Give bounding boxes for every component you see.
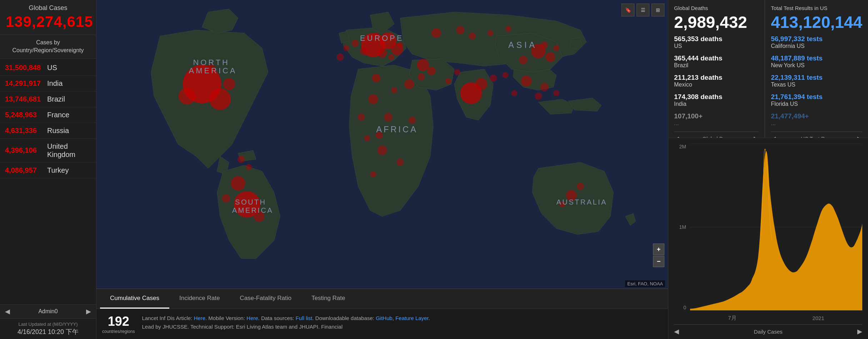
svg-point-53 [246,164,252,170]
country-name: France [47,111,69,119]
country-name: India [47,79,63,88]
svg-point-42 [541,41,548,49]
tests-big-number: 413,120,144 [771,13,862,31]
grid-button[interactable]: ⊞ [652,4,664,16]
country-name: Turkey [47,166,69,175]
svg-point-2 [209,88,231,110]
tests-value-4: 21,761,394 tests [771,93,862,101]
svg-point-17 [397,42,403,48]
svg-point-19 [417,59,429,71]
svg-point-57 [418,73,425,80]
bookmark-button[interactable]: 🔖 [622,4,634,16]
country-list-item[interactable]: 4,631,336Russia [0,123,96,139]
x-label-2021: 2021 [812,315,824,321]
svg-point-50 [577,183,584,190]
deaths-label-4: India [674,101,759,107]
tests-label-4: Florida US [771,101,862,107]
tests-label-1: California US [771,43,862,49]
tab-cumulative-cases[interactable]: Cumulative Cases [100,289,169,309]
country-count-label: countries/regions [102,329,135,334]
svg-point-33 [372,74,380,83]
country-list-item[interactable]: 4,396,106United Kingdom [0,139,96,163]
svg-text:AFRICA: AFRICA [376,125,418,134]
deaths-value-2: 365,444 deaths [674,54,759,62]
deaths-item-5: 107,100+ ... [674,112,759,127]
lancet-link[interactable]: Here [194,315,205,321]
svg-point-59 [454,69,460,75]
tests-item-5: 21,477,494+ ... [771,112,862,127]
svg-point-20 [427,67,436,75]
country-list-item[interactable]: 14,291,917India [0,76,96,92]
info-text: Lancet Inf Dis Article: Here. Mobile Ver… [142,314,430,331]
tests-panel-title: Total Test Results in US [771,5,862,11]
zoom-in-button[interactable]: + [653,244,664,255]
chart-next-button[interactable]: ▶ [857,328,862,335]
map-container[interactable]: 🔖 ☰ ⊞ [96,0,668,289]
svg-text:AMERICA: AMERICA [189,66,237,75]
country-count-number: 192 [102,314,135,329]
chart-x-labels: 7月 2021 [690,313,862,323]
svg-point-18 [388,54,394,60]
svg-point-30 [409,117,416,124]
tests-item-3: 22,139,311 tests Texas US [771,74,862,88]
zoom-out-button[interactable]: − [653,256,664,267]
deaths-item-4: 174,308 deaths India [674,93,759,107]
svg-text:AMERICA: AMERICA [232,206,273,214]
tab-incidence-rate[interactable]: Incidence Rate [169,289,230,309]
chart-prev-button[interactable]: ◀ [674,328,679,335]
map-attribution: Esri, FAO, NOAA [625,280,665,287]
last-updated-value: 4/16/2021 10:20 下午 [5,328,91,336]
country-list-item[interactable]: 4,086,957Turkey [0,163,96,178]
world-map: NORTH AMERICA SOUTH AMERICA ASIA EUROPE … [96,0,668,289]
feature-layer-link[interactable]: Feature Layer [395,315,429,321]
tests-label-3: Texas US [771,82,862,88]
github-link[interactable]: GitHub [376,315,393,321]
svg-point-26 [391,87,397,93]
svg-point-55 [343,45,349,51]
tab-testing-rate[interactable]: Testing Rate [301,289,355,309]
last-updated-box: Last Updated at (M/D/YYYY) 4/16/2021 10:… [0,318,96,339]
deaths-value-3: 211,213 deaths [674,74,759,82]
deaths-item-2: 365,444 deaths Brazil [674,54,759,69]
svg-text:EUROPE: EUROPE [360,34,404,43]
tab-case-fatality-ratio[interactable]: Case-Fatality Ratio [230,289,301,309]
x-label-7month: 7月 [728,315,736,321]
country-name: US [47,64,57,72]
svg-point-7 [231,176,245,191]
svg-text:ASIA: ASIA [508,41,537,50]
tab-bar: Cumulative CasesIncidence RateCase-Fatal… [96,289,668,309]
country-list-item[interactable]: 31,500,848US [0,60,96,76]
tests-value-5: 21,477,494+ [771,112,862,120]
tests-value-2: 48,187,889 tests [771,54,862,62]
svg-point-32 [364,135,370,141]
deaths-value-5: 107,100+ [674,112,759,120]
global-cases-value: 139,274,615 [6,13,90,30]
global-cases-box: Global Cases 139,274,615 [0,0,96,35]
svg-point-46 [535,93,542,100]
info-bar: 192 countries/regions Lancet Inf Dis Art… [96,309,668,339]
list-button[interactable]: ☰ [637,4,649,16]
country-count-box: 192 countries/regions [102,314,135,334]
svg-point-3 [179,88,195,104]
deaths-item-3: 211,213 deaths Mexico [674,74,759,88]
nav-next-button[interactable]: ▶ [86,308,91,315]
nav-prev-button[interactable]: ◀ [5,308,10,315]
tests-label-2: New York US [771,62,862,69]
country-cases: 4,086,957 [5,166,44,175]
mobile-link[interactable]: Here [246,315,258,321]
country-name: United Kingdom [47,142,91,159]
full-list-link[interactable]: Full list [296,315,313,321]
country-list-item[interactable]: 13,746,681Brazil [0,92,96,107]
svg-point-14 [360,47,369,55]
deaths-value-4: 174,308 deaths [674,93,759,101]
tests-value-1: 56,997,332 tests [771,35,862,43]
country-cases: 31,500,848 [5,64,44,72]
deaths-big-number: 2,989,432 [674,13,759,31]
chart-y-labels: 2M 1M 0 [674,144,688,310]
svg-text:SOUTH: SOUTH [235,198,266,206]
svg-point-22 [475,78,488,90]
country-list-item[interactable]: 5,248,963France [0,107,96,123]
svg-point-40 [545,52,555,62]
chart-area: 2M 1M 0 7月 20 [674,144,862,323]
svg-point-36 [469,33,476,40]
